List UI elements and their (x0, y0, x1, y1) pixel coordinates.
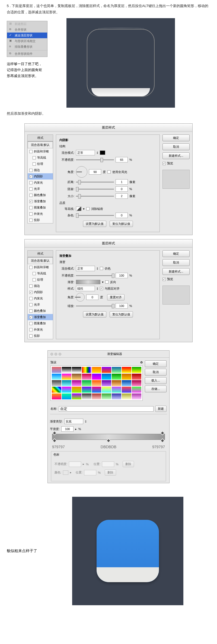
ge-smooth-label: 平滑度: (50, 427, 60, 431)
cancel-button[interactable]: 取消 (162, 143, 190, 150)
stop-opacity-input (69, 462, 81, 467)
opt-pattern-overlay[interactable]: 图案叠加 (28, 204, 53, 211)
window-max-icon[interactable] (59, 353, 61, 355)
step-5-text: 5 . 下面是厚度层，这个也简单，复制底板层，清除图层样式，命名为厚度层，然后按… (0, 0, 217, 18)
noise-input[interactable] (116, 213, 128, 218)
opt-gradient-overlay[interactable]: 渐变叠加 (28, 198, 53, 204)
blend-mode-select[interactable]: 正常 (76, 150, 95, 155)
go-blend-mode-select[interactable]: 正常 (76, 266, 95, 271)
global-light-checkbox[interactable] (107, 170, 111, 174)
angle-input[interactable] (89, 169, 101, 175)
opt-texture[interactable]: 纹理 (28, 161, 53, 167)
size-input[interactable] (116, 193, 128, 199)
opt-color-overlay[interactable]: 颜色叠加 (28, 192, 53, 198)
cancel-button[interactable]: 取消 (162, 259, 190, 266)
choke-input[interactable] (116, 186, 128, 192)
contour-picker[interactable] (76, 207, 81, 211)
angle-dial[interactable] (76, 166, 87, 178)
go-angle-input[interactable] (86, 294, 98, 300)
opt-inner-shadow[interactable]: 内阴影 (28, 173, 53, 180)
mix-options[interactable]: 混合选项:默认 (28, 142, 53, 148)
ge-name-input[interactable] (59, 406, 154, 412)
go-scale-input[interactable] (116, 303, 128, 309)
opt-outer-glow[interactable]: 外发光 (28, 211, 53, 217)
ctx-exclude[interactable]: ⧈排除重叠形状 (7, 44, 47, 50)
preview-checkbox[interactable] (162, 278, 166, 281)
ge-save-button[interactable]: 存储... (145, 386, 167, 392)
ge-ok-button[interactable]: 确定 (145, 360, 167, 367)
opt-stroke[interactable]: 描边 (28, 167, 53, 173)
opt-inner-shadow[interactable]: 内阴影 (28, 289, 53, 295)
opt-inner-glow[interactable]: 内发光 (28, 295, 53, 302)
antialias-checkbox[interactable] (86, 207, 90, 210)
go-opacity-slider[interactable] (76, 275, 114, 276)
opt-pattern-overlay[interactable]: 图案叠加 (28, 320, 53, 326)
reset-align-button[interactable]: 重置对齐 (107, 294, 125, 300)
style-list: 样式 混合选项:默认 斜面和浮雕 等高线 纹理 描边 内阴影 内发光 光泽 颜色… (27, 250, 53, 339)
noise-slider[interactable] (76, 215, 114, 216)
size-slider[interactable] (76, 196, 114, 197)
layer-style-dialog-inner-shadow: 图层样式 样式 混合选项:默认 斜面和浮雕 等高线 纹理 描边 内阴影 内发光 … (24, 123, 193, 235)
window-min-icon[interactable] (55, 353, 57, 355)
gradient-presets-grid[interactable] (50, 366, 143, 401)
opt-drop-shadow[interactable]: 投影 (28, 217, 53, 223)
mix-options[interactable]: 混合选项:默认 (28, 257, 53, 264)
styles-header[interactable]: 样式 (27, 134, 53, 141)
opt-contour[interactable]: 等高线 (28, 155, 53, 161)
new-style-button[interactable]: 新建样式... (162, 268, 190, 275)
ok-button[interactable]: 确定 (162, 134, 190, 141)
opacity-slider[interactable] (76, 159, 114, 160)
choke-slider[interactable] (76, 189, 114, 190)
opt-bevel[interactable]: 斜面和浮雕 (28, 264, 53, 270)
presets-label: 预设 (50, 360, 56, 364)
ctx-subtract-front[interactable]: 减去顶层形状 (7, 33, 47, 38)
go-scale-slider[interactable] (76, 306, 114, 306)
opt-drop-shadow[interactable]: 投影 (28, 333, 53, 339)
opt-stroke[interactable]: 描边 (28, 283, 53, 289)
ge-load-button[interactable]: 载入... (145, 377, 167, 384)
go-angle-dial[interactable] (76, 293, 85, 302)
distance-slider[interactable] (76, 182, 114, 182)
ge-title: 渐变编辑器 (63, 352, 167, 356)
opacity-input[interactable] (116, 157, 128, 162)
stop-color-pos-input (84, 470, 96, 475)
preview-checkbox[interactable] (162, 162, 166, 165)
ge-new-button[interactable]: 新建 (155, 406, 167, 412)
opt-satin[interactable]: 光泽 (28, 302, 53, 308)
reverse-checkbox[interactable] (105, 280, 108, 284)
ctx-new-layer: ▦新建图层 (7, 21, 47, 27)
opt-texture[interactable]: 纹理 (28, 277, 53, 283)
color-code-2: DBDBDB (101, 445, 116, 449)
distance-input[interactable] (116, 179, 128, 185)
ge-smooth-input[interactable] (61, 426, 74, 432)
reset-default-button[interactable]: 复位为默认值 (110, 311, 133, 318)
dither-checkbox[interactable] (100, 267, 103, 270)
opt-color-overlay[interactable]: 颜色叠加 (28, 308, 53, 314)
ctx-intersect[interactable]: ▣与形状区域相交 (7, 38, 47, 44)
gradient-picker[interactable] (76, 280, 100, 284)
reset-default-button[interactable]: 复位为默认值 (110, 221, 133, 227)
ctx-merge-shapes[interactable]: ⧉合并形状 (7, 27, 47, 33)
ctx-merge-components[interactable]: ⧉合并形状组件 (7, 51, 47, 57)
ok-button[interactable]: 确定 (162, 250, 190, 257)
opt-gradient-overlay[interactable]: 渐变叠加 (28, 314, 53, 320)
go-opacity-input[interactable] (116, 273, 128, 278)
ge-cancel-button[interactable]: 取消 (145, 369, 167, 376)
new-style-button[interactable]: 新建样式... (162, 152, 190, 159)
opt-contour[interactable]: 等高线 (28, 270, 53, 277)
set-default-button[interactable]: 设置为默认值 (83, 221, 106, 227)
styles-header[interactable]: 样式 (27, 250, 53, 257)
opt-inner-glow[interactable]: 内发光 (28, 180, 53, 186)
opt-outer-glow[interactable]: 外发光 (28, 326, 53, 333)
gear-icon[interactable]: ✿ (140, 361, 143, 364)
align-checkbox[interactable] (100, 287, 103, 290)
shadow-color-swatch[interactable] (100, 150, 105, 155)
opt-bevel[interactable]: 斜面和浮雕 (28, 148, 53, 155)
dialog-title: 图层样式 (25, 239, 192, 248)
go-style-select[interactable]: 线性 (76, 286, 95, 291)
gradient-bar[interactable] (52, 434, 165, 440)
window-close-icon[interactable] (50, 353, 53, 355)
opt-satin[interactable]: 光泽 (28, 186, 53, 192)
ge-type-select[interactable]: 实底 (64, 419, 83, 424)
set-default-button[interactable]: 设置为默认值 (83, 311, 106, 318)
